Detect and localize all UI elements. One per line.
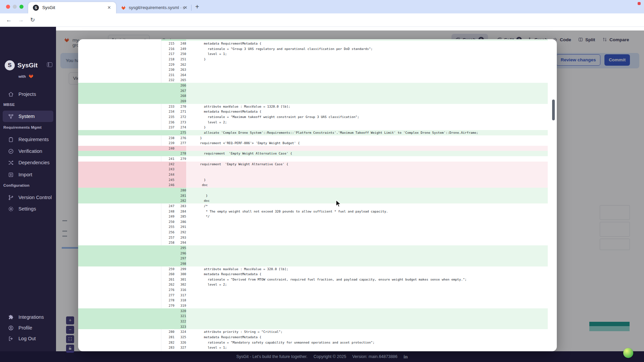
new-line-number: 251 [175, 57, 186, 62]
diff-line: 296 [78, 251, 548, 256]
puzzle-icon [8, 314, 14, 320]
window-zoom-button[interactable] [19, 5, 23, 9]
sidebar-item-label: Verification [18, 148, 42, 154]
window-minimize-button[interactable] [13, 5, 17, 9]
new-line-number: 295 [175, 245, 186, 251]
new-line-number: 263 [175, 67, 186, 72]
tab-close-icon[interactable]: ✕ [107, 2, 111, 13]
old-line-number: 277 [78, 293, 175, 298]
linkedin-icon[interactable]: in [404, 354, 408, 360]
sidebar-item-logout[interactable]: Log Out [0, 334, 56, 344]
diff-line: 320 [78, 308, 548, 314]
diff-line: 217250 level = 1; [78, 51, 548, 57]
diff-line: 255291 [78, 224, 548, 230]
diff-line: 278 requirement 'Empty Weight Alternativ… [78, 151, 548, 156]
sidebar-section-requirements-mgmt: Requirements Mgmt [3, 125, 42, 129]
new-line-number: 298 [175, 261, 186, 266]
gear-icon [8, 206, 14, 212]
new-line-number: 299 [175, 266, 186, 272]
old-line-number: 233 [78, 104, 175, 109]
app-footer: SysGit - Let's build the future together… [0, 351, 644, 362]
old-line-number: 236 [78, 120, 175, 125]
floating-assistant-ball[interactable] [623, 348, 633, 358]
new-line-number: 324 [175, 329, 186, 335]
diff-line: 281 } [78, 193, 548, 198]
old-line-number: 215 [78, 41, 175, 46]
new-line-number: 264 [175, 72, 186, 78]
tab-requirements-sysml[interactable]: sysgit/requirements.sysml · s ✕ [118, 2, 191, 13]
recording-indicator [638, 2, 641, 5]
diff-line: 239277 requirement <'REQ-PERF-006'> 'Emp… [78, 140, 548, 146]
old-line-number [78, 308, 175, 314]
new-line-number: 250 [175, 51, 186, 57]
new-tab-button[interactable]: + [195, 2, 199, 12]
old-line-number: 262 [78, 282, 175, 287]
old-line-number: 257 [78, 235, 175, 240]
old-line-number: 239 [78, 140, 175, 146]
old-line-number: 281 [78, 335, 175, 340]
code-text [186, 324, 548, 329]
tab-close-icon[interactable]: ✕ [184, 2, 187, 13]
old-line-number: 250 [78, 219, 175, 225]
sidebar-item-requirements[interactable]: Requirements [0, 134, 56, 145]
diff-line: 295 [78, 245, 548, 251]
new-line-number [175, 162, 186, 167]
diff-line: 258294 [78, 240, 548, 245]
new-line-number [175, 146, 186, 151]
code-text: } [186, 193, 548, 198]
old-line-number [78, 256, 175, 261]
back-button[interactable]: ← [6, 13, 12, 27]
sidebar-item-dependencies[interactable]: Dependencies [0, 158, 56, 168]
new-line-number: 292 [175, 230, 186, 235]
code-text [186, 235, 548, 240]
old-line-number: 278 [78, 298, 175, 303]
code-text [186, 156, 548, 162]
sidebar-item-settings[interactable]: Settings [0, 204, 56, 215]
diff-line: 215248 metadata RequirementMetadata { [78, 41, 548, 46]
code-text [186, 77, 548, 83]
new-line-number: 291 [175, 224, 186, 230]
sidebar-item-label: Settings [18, 206, 36, 212]
new-line-number: 277 [175, 140, 186, 146]
sidebar-item-profile[interactable]: Profile [0, 323, 56, 334]
diff-line: 268 [78, 93, 548, 99]
sidebar-item-label: Requirements [18, 137, 49, 142]
sidebar-item-import[interactable]: Import [0, 170, 56, 180]
diff-line: 216249 rationale = "Group 3 UAS regulato… [78, 46, 548, 52]
diff-line: 218251 } [78, 57, 548, 62]
old-line-number: 240 [78, 146, 175, 151]
code-text [186, 88, 548, 94]
code-text [186, 93, 548, 99]
scrollbar-thumb[interactable] [552, 100, 555, 120]
sidebar-item-projects[interactable]: Projects [0, 89, 56, 100]
old-line-number: 229 [78, 62, 175, 67]
new-line-number: 276 [175, 135, 186, 141]
diff-line: 323 [78, 324, 548, 329]
forward-button[interactable]: → [18, 13, 24, 27]
diff-line: 276316 [78, 287, 548, 293]
reload-button[interactable]: ↻ [30, 13, 35, 27]
window-close-button[interactable] [6, 5, 10, 9]
old-line-number: 237 [78, 125, 175, 130]
old-line-number: 249 [78, 214, 175, 219]
sidebar-item-integrations[interactable]: Integrations [0, 312, 56, 323]
old-line-number: 243 [78, 167, 175, 172]
diff-line: 232265 [78, 77, 548, 83]
diff-line: 298 [78, 261, 548, 266]
tab-sysgit[interactable]: S SysGit ✕ [28, 2, 116, 13]
sidebar-item-verification[interactable]: Verification [0, 146, 56, 157]
code-text [186, 287, 548, 293]
home-icon [8, 92, 14, 97]
import-icon [8, 172, 14, 178]
old-line-number: 231 [78, 72, 175, 78]
old-line-number: 247 [78, 203, 175, 209]
sidebar-item-system[interactable]: System [3, 111, 53, 122]
code-text [186, 261, 548, 266]
collapse-sidebar-icon[interactable] [47, 62, 52, 67]
diff-line: 279319 [78, 303, 548, 308]
sidebar-item-label: Integrations [18, 314, 44, 320]
new-line-number: 325 [175, 335, 186, 340]
sidebar-item-version-control[interactable]: Version Control [0, 192, 56, 203]
code-text: attribute maxValue : MassValue = 320.0 [… [186, 266, 548, 272]
diff-line: 238276 } [78, 135, 548, 141]
